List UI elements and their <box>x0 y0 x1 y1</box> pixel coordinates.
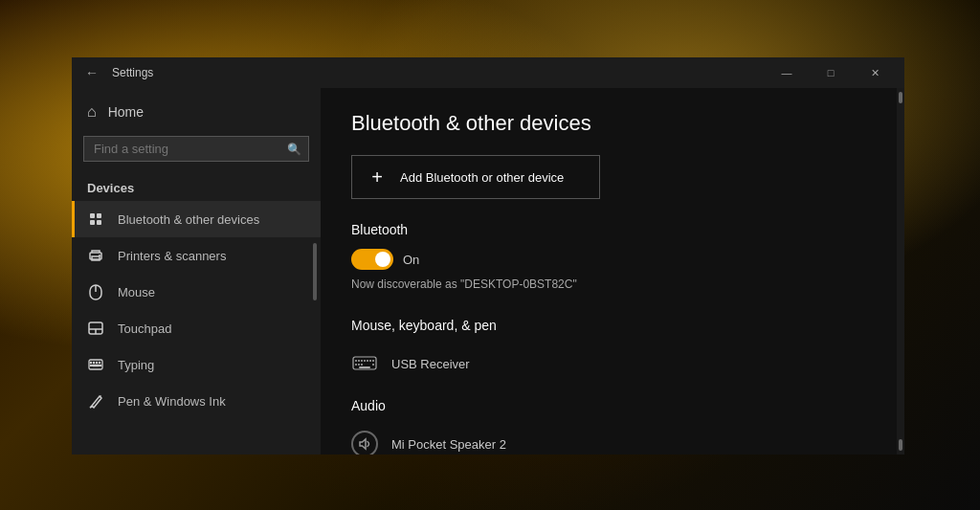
page-title: Bluetooth & other devices <box>351 111 874 136</box>
sidebar-item-mouse[interactable]: Mouse <box>72 274 321 310</box>
bluetooth-icon <box>87 211 104 228</box>
sidebar-item-typing[interactable]: Typing <box>72 346 321 383</box>
bluetooth-label: Bluetooth & other devices <box>118 212 259 227</box>
svg-rect-0 <box>90 213 95 218</box>
sidebar-section-title: Devices <box>72 169 321 201</box>
close-button[interactable]: ✕ <box>853 57 897 88</box>
titlebar: ← Settings — □ ✕ <box>72 57 904 88</box>
speaker-row: Mi Pocket Speaker 2 <box>351 425 874 455</box>
printers-icon <box>87 247 104 264</box>
sidebar-item-touchpad[interactable]: Touchpad <box>72 310 321 346</box>
sidebar-item-printers[interactable]: Printers & scanners <box>72 237 321 274</box>
svg-rect-5 <box>92 256 100 260</box>
bluetooth-section-header: Bluetooth <box>351 222 874 237</box>
bluetooth-toggle-label: On <box>403 253 419 267</box>
search-box: 🔍 <box>83 136 309 162</box>
typing-label: Typing <box>118 358 154 372</box>
audio-section: Audio Mi Pocket Speaker 2 <box>351 398 874 455</box>
settings-window: ← Settings — □ ✕ ⌂ Home 🔍 Devices <box>72 57 904 455</box>
mouse-label: Mouse <box>118 285 155 299</box>
svg-point-6 <box>99 255 100 256</box>
speaker-icon <box>351 431 378 455</box>
svg-rect-2 <box>90 220 95 225</box>
bluetooth-toggle[interactable] <box>351 249 393 270</box>
add-device-button[interactable]: + Add Bluetooth or other device <box>351 155 600 199</box>
discoverable-text: Now discoverable as "DESKTOP-0BST82C" <box>351 277 874 291</box>
keyboard-device-icon <box>351 350 378 377</box>
touchpad-icon <box>87 320 104 337</box>
pen-icon <box>87 392 104 410</box>
scroll-arrow-down[interactable] <box>899 439 902 451</box>
sidebar-scrollbar[interactable] <box>313 243 317 300</box>
typing-icon <box>87 356 104 373</box>
mouse-section-header: Mouse, keyboard, & pen <box>351 318 874 333</box>
back-button[interactable]: ← <box>79 63 104 82</box>
speaker-label: Mi Pocket Speaker 2 <box>391 437 506 452</box>
titlebar-left: ← Settings <box>79 63 765 82</box>
main-content: Bluetooth & other devices + Add Bluetoot… <box>321 88 904 455</box>
mouse-keyboard-section: Mouse, keyboard, & pen <box>351 318 874 383</box>
add-device-label: Add Bluetooth or other device <box>400 170 564 185</box>
home-icon: ⌂ <box>87 103 97 121</box>
search-icon: 🔍 <box>287 143 301 156</box>
pen-label: Pen & Windows Ink <box>118 394 226 409</box>
titlebar-controls: — □ ✕ <box>765 57 897 88</box>
touchpad-label: Touchpad <box>118 322 171 336</box>
toggle-knob <box>375 252 390 267</box>
search-input[interactable] <box>83 136 309 162</box>
sidebar-item-bluetooth[interactable]: Bluetooth & other devices <box>72 201 321 237</box>
titlebar-title: Settings <box>112 66 153 79</box>
svg-rect-3 <box>97 220 101 225</box>
main-scrollbar-track[interactable] <box>897 88 904 455</box>
home-label: Home <box>108 104 144 120</box>
window-body: ⌂ Home 🔍 Devices Bluetooth & other devi <box>72 88 904 455</box>
sidebar: ⌂ Home 🔍 Devices Bluetooth & other devi <box>72 88 321 455</box>
audio-section-header: Audio <box>351 398 874 413</box>
mouse-icon <box>87 283 104 300</box>
svg-rect-1 <box>97 213 101 218</box>
bluetooth-toggle-row: On <box>351 249 874 270</box>
usb-receiver-row: USB Receiver <box>351 344 874 383</box>
plus-icon: + <box>366 166 389 188</box>
sidebar-item-home[interactable]: ⌂ Home <box>72 96 321 128</box>
printers-label: Printers & scanners <box>118 249 226 263</box>
scroll-arrow-up[interactable] <box>899 92 902 103</box>
maximize-button[interactable]: □ <box>809 57 853 88</box>
sidebar-item-pen[interactable]: Pen & Windows Ink <box>72 383 321 419</box>
usb-receiver-label: USB Receiver <box>391 357 470 371</box>
minimize-button[interactable]: — <box>765 57 809 88</box>
